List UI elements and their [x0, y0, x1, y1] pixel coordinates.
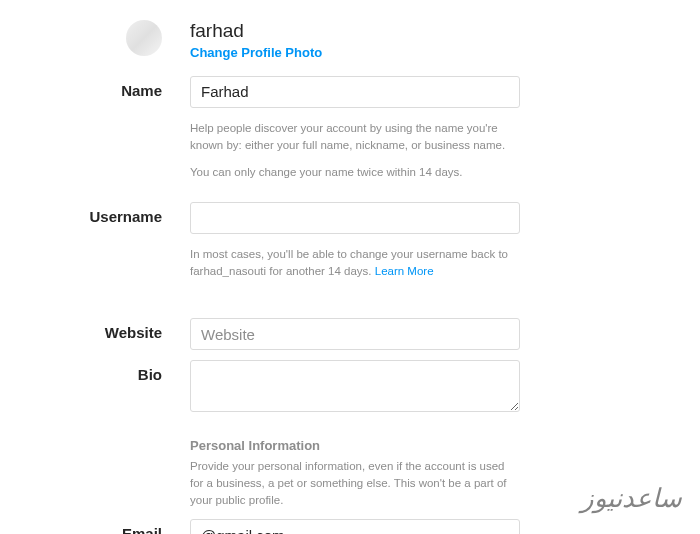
name-help-2: You can only change your name twice with… [190, 164, 520, 181]
email-input[interactable] [190, 519, 520, 534]
name-label: Name [30, 76, 190, 99]
website-input[interactable] [190, 318, 520, 350]
learn-more-link[interactable]: Learn More [375, 265, 434, 277]
website-label: Website [30, 318, 190, 341]
username-label: Username [30, 202, 190, 225]
name-input[interactable] [190, 76, 520, 108]
watermark-text: ساعدنیوز [581, 483, 682, 514]
username-heading: farhad [190, 20, 520, 43]
personal-info-help: Provide your personal information, even … [190, 458, 520, 510]
email-label: Email [30, 519, 190, 534]
profile-avatar[interactable] [126, 20, 162, 56]
username-help: In most cases, you'll be able to change … [190, 248, 508, 277]
personal-info-heading: Personal Information [190, 436, 520, 456]
bio-label: Bio [30, 360, 190, 383]
change-profile-photo-button[interactable]: Change Profile Photo [190, 45, 520, 60]
bio-textarea[interactable] [190, 360, 520, 412]
username-input[interactable] [190, 202, 520, 234]
name-help-1: Help people discover your account by usi… [190, 120, 520, 155]
